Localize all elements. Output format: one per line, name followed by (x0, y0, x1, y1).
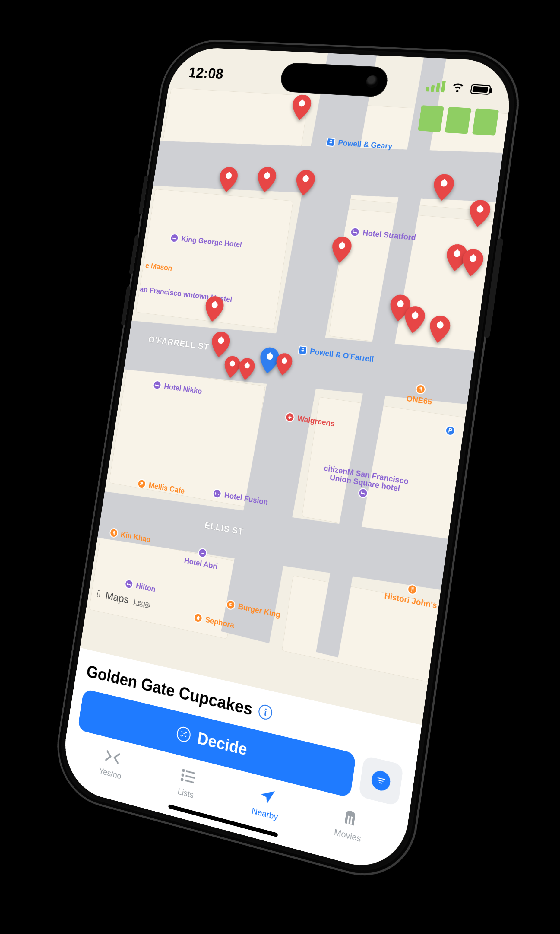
svg-rect-23 (439, 321, 442, 326)
poi-hotel-stratford[interactable]: Hotel Stratford (349, 227, 417, 242)
restaurant-icon (415, 384, 426, 395)
cafe-icon (137, 478, 147, 489)
filter-button[interactable] (358, 755, 404, 806)
poi-citizenm[interactable]: citizenM San Francisco Union Square hote… (315, 463, 415, 506)
movies-icon (340, 806, 361, 830)
decide-label: Decide (196, 728, 248, 759)
screen: 12:08 (58, 46, 516, 877)
hotel-icon (124, 579, 134, 590)
restaurant-icon (406, 583, 418, 595)
map-pin[interactable] (274, 352, 294, 377)
map-pin[interactable] (290, 94, 312, 120)
cellular-signal-icon (426, 80, 446, 92)
map-pin[interactable] (203, 295, 225, 323)
svg-point-20 (411, 311, 419, 319)
hotel-icon (169, 233, 179, 243)
hotel-icon (152, 380, 162, 390)
battery-icon (470, 84, 491, 95)
tab-label: Lists (177, 786, 194, 800)
yesno-icon (103, 746, 122, 768)
home-indicator[interactable] (168, 804, 278, 837)
poi-label: Hotel Stratford (362, 228, 417, 242)
poi-label: citizenM San Francisco Union Square hote… (317, 463, 415, 495)
parking-icon: P (445, 425, 456, 436)
map-pin[interactable] (445, 244, 469, 273)
svg-rect-42 (347, 816, 349, 824)
tab-label: Yes/no (98, 766, 122, 781)
poi-one65[interactable]: ONE65 (406, 382, 434, 406)
svg-rect-41 (185, 780, 194, 783)
svg-point-18 (397, 300, 404, 307)
svg-rect-9 (443, 179, 445, 184)
lists-icon (178, 765, 198, 788)
poi-label: Walgreens (297, 414, 335, 428)
map-pin[interactable] (428, 314, 452, 344)
svg-point-40 (180, 778, 184, 781)
map-pin[interactable] (209, 331, 232, 358)
map-pin[interactable] (468, 199, 492, 228)
map-pin[interactable] (388, 294, 412, 322)
tab-yesno[interactable]: Yes/no (74, 740, 149, 788)
svg-rect-37 (186, 771, 195, 774)
svg-point-16 (469, 254, 477, 262)
poi-parking[interactable]: P (445, 425, 456, 436)
svg-rect-11 (479, 205, 482, 210)
transit-icon (326, 137, 336, 147)
status-time: 12:08 (188, 64, 225, 82)
tab-label: Nearby (251, 805, 278, 822)
svg-point-14 (453, 250, 461, 257)
tab-lists[interactable]: Lists (149, 758, 227, 808)
transit-icon (298, 345, 308, 355)
poi-label: Burger King (238, 602, 281, 620)
map-pin[interactable] (237, 357, 256, 381)
poi-burger-king[interactable]: Burger King (226, 599, 281, 620)
park-squares (418, 105, 499, 136)
poi-historic-johns[interactable]: Histori John's (384, 580, 439, 610)
map-pin[interactable] (217, 166, 239, 193)
restaurant-icon (109, 528, 119, 538)
wifi-icon (450, 79, 466, 94)
transit-label: Powell & O'Farrell (309, 347, 374, 364)
info-icon[interactable]: i (257, 703, 273, 721)
svg-point-22 (436, 321, 444, 329)
fastfood-icon (226, 599, 236, 610)
map-pin[interactable] (330, 236, 353, 264)
svg-rect-15 (456, 249, 458, 254)
map-legal-link[interactable]: Legal (133, 597, 151, 609)
hotel-icon (212, 488, 222, 499)
tab-label: Movies (334, 827, 362, 844)
svg-point-10 (476, 205, 484, 213)
shuffle-icon (176, 725, 192, 743)
svg-rect-19 (400, 300, 402, 305)
transit-powell-ofarrell[interactable]: Powell & O'Farrell (298, 345, 374, 364)
svg-rect-21 (414, 311, 417, 316)
tab-nearby[interactable]: Nearby (226, 778, 308, 829)
map-pin[interactable] (294, 169, 317, 196)
poi-label: ONE65 (406, 394, 432, 406)
map-pin[interactable] (403, 305, 426, 334)
svg-point-36 (182, 769, 185, 772)
phone-frame: 12:08 (49, 38, 526, 890)
filter-icon (370, 769, 391, 793)
svg-point-38 (181, 773, 185, 777)
svg-rect-39 (185, 775, 195, 779)
poi-walgreens[interactable]: Walgreens (285, 412, 335, 429)
map-pin[interactable] (460, 248, 485, 277)
poi-label: Histori John's (384, 591, 438, 610)
svg-point-8 (440, 180, 448, 187)
hotel-icon (349, 227, 360, 237)
bottom-sheet: Golden Gate Cupcakes i Decide (58, 648, 422, 877)
dynamic-island (279, 62, 389, 97)
canvas: 12:08 (0, 0, 560, 934)
map-pin[interactable] (255, 166, 277, 193)
svg-rect-17 (472, 254, 475, 259)
nearby-icon (257, 785, 277, 808)
shop-icon (193, 612, 203, 624)
tab-movies[interactable]: Movies (307, 798, 392, 852)
pharmacy-icon (285, 412, 295, 423)
svg-rect-43 (350, 816, 352, 825)
tab-bar: Yes/no Lists Nearby (70, 735, 397, 863)
hotel-icon (358, 487, 369, 499)
map-pin[interactable] (432, 173, 455, 202)
hotel-icon (197, 547, 208, 558)
